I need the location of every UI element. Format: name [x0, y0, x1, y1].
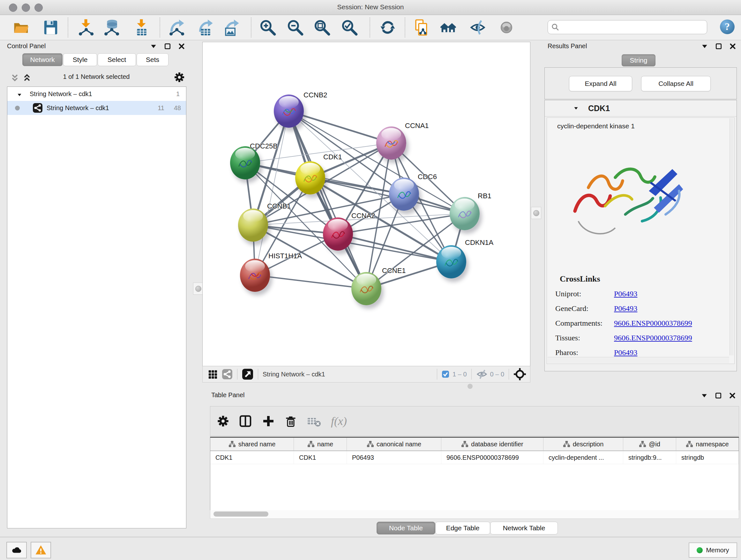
tab-sets[interactable]: Sets [137, 53, 169, 66]
table-cell[interactable]: P06493 [347, 451, 441, 464]
panel-collapse-icon[interactable] [150, 43, 157, 50]
hide-graphics-details-icon[interactable] [469, 19, 486, 36]
current-network-dot [15, 106, 20, 111]
column-header-namespace[interactable]: namespace [676, 438, 739, 450]
tab-network-table[interactable]: Network Table [490, 522, 558, 535]
network-collection-row[interactable]: String Network – cdk1 1 [7, 87, 186, 101]
insert-column-icon[interactable] [239, 414, 253, 428]
node-HIST1H1A[interactable] [240, 259, 270, 292]
zoom-out-icon[interactable] [286, 19, 304, 36]
node-CCNA2[interactable] [323, 217, 353, 251]
crosslink-link[interactable]: P06493 [614, 304, 637, 313]
crosslink-link[interactable]: P06493 [614, 290, 637, 298]
hidden-counts: 0 – 0 [490, 371, 504, 378]
panel-collapse-icon[interactable] [701, 392, 708, 399]
left-splitter-grip[interactable] [193, 283, 203, 295]
show-graphics-details-icon[interactable] [498, 19, 515, 36]
export-network-icon[interactable] [168, 19, 185, 36]
panel-float-icon[interactable] [715, 43, 722, 50]
node-CCNE1[interactable] [351, 272, 381, 305]
search-input[interactable] [561, 23, 700, 31]
node-CDC6[interactable] [389, 178, 419, 211]
clone-network-icon[interactable] [413, 19, 430, 36]
table-cell[interactable]: stringdb [676, 451, 739, 464]
column-header-name[interactable]: name [294, 438, 347, 450]
right-splitter-grip[interactable] [531, 207, 541, 219]
table-cell[interactable]: CDK1 [294, 451, 347, 464]
string-home-icon[interactable] [440, 19, 457, 36]
expand-all-button[interactable]: Expand All [569, 76, 632, 91]
column-header--id[interactable]: @id [623, 438, 676, 450]
column-header-canonical-name[interactable]: canonical name [347, 438, 441, 450]
scrollbar-thumb[interactable] [213, 511, 268, 516]
crosslink-link[interactable]: P06493 [614, 348, 637, 357]
delete-column-icon[interactable] [284, 414, 297, 428]
horizontal-scrollbar[interactable] [548, 357, 729, 363]
crosshair-icon[interactable] [514, 368, 526, 381]
panel-close-icon[interactable] [729, 43, 736, 50]
save-session-icon[interactable] [42, 19, 59, 36]
refresh-view-icon[interactable] [379, 19, 396, 36]
panel-close-icon[interactable] [729, 392, 736, 399]
crosslink-link[interactable]: 9606.ENSP00000378699 [614, 334, 692, 342]
tab-network[interactable]: Network [22, 53, 63, 66]
edge[interactable] [289, 111, 391, 143]
tab-string[interactable]: String [622, 54, 656, 66]
node-CCNA1[interactable] [376, 126, 406, 160]
column-header-shared-name[interactable]: shared name [210, 438, 294, 450]
birdseye-toggle-icon[interactable] [242, 368, 253, 380]
add-row-icon[interactable] [261, 414, 275, 428]
table-cell[interactable]: 9606.ENSP00000378699 [441, 451, 543, 464]
panel-float-icon[interactable] [164, 43, 171, 50]
table-cell[interactable]: stringdb:9... [623, 451, 676, 464]
collapse-all-button[interactable]: Collapse All [641, 76, 711, 91]
help-button[interactable]: ? [719, 19, 735, 35]
node-CDKN1A[interactable] [436, 245, 466, 278]
crosslink-link[interactable]: 9606.ENSP00000378699 [614, 319, 692, 327]
open-session-icon[interactable] [13, 19, 30, 36]
tab-edge-table[interactable]: Edge Table [435, 522, 490, 535]
tab-select[interactable]: Select [98, 53, 136, 66]
panel-close-icon[interactable] [178, 43, 185, 50]
gear-icon[interactable] [174, 71, 185, 83]
table-cell[interactable]: cyclin-dependent ... [543, 451, 623, 464]
vertical-scrollbar[interactable] [730, 118, 734, 355]
node-CDK1[interactable] [295, 161, 325, 194]
column-header-database-identifier[interactable]: database identifier [441, 438, 543, 450]
network-canvas[interactable]: CCNB2CCNA1CDC25BCDK1CDC6RB1CCNB1CCNA2CDK… [202, 42, 530, 367]
table-row[interactable]: CDK1CDK1P064939606.ENSP00000378699cyclin… [210, 451, 739, 464]
network-row-selected[interactable]: String Network – cdk1 11 48 [7, 101, 186, 115]
tab-style[interactable]: Style [63, 53, 97, 66]
table-settings-gear-icon[interactable] [217, 414, 229, 428]
share-view-icon[interactable] [222, 369, 232, 380]
node-CCNB1[interactable] [238, 208, 268, 242]
column-header-description[interactable]: description [543, 438, 623, 450]
gene-collapse-icon[interactable] [573, 106, 579, 111]
warnings-button[interactable] [30, 542, 51, 558]
node-CCNB2[interactable] [274, 95, 304, 128]
selected-checkbox-icon[interactable] [442, 370, 449, 378]
horizontal-splitter-grip[interactable] [468, 384, 473, 389]
node-CDC25B[interactable] [230, 146, 260, 179]
edge[interactable] [255, 275, 366, 289]
import-database-icon[interactable] [103, 19, 120, 36]
export-table-icon[interactable] [197, 19, 214, 36]
gene-header-row[interactable]: CDK1 [545, 100, 737, 117]
import-network-icon[interactable] [77, 19, 94, 36]
panel-collapse-icon[interactable] [701, 43, 708, 50]
table-cell[interactable]: CDK1 [210, 451, 294, 464]
zoom-in-icon[interactable] [259, 19, 276, 36]
search-box [548, 20, 707, 34]
cloud-status-button[interactable] [6, 542, 27, 558]
export-image-icon[interactable] [223, 19, 240, 36]
zoom-selected-icon[interactable] [341, 19, 358, 36]
tab-node-table[interactable]: Node Table [377, 522, 435, 535]
panel-float-icon[interactable] [715, 392, 722, 399]
node-RB1[interactable] [450, 197, 480, 230]
zoom-fit-content-icon[interactable] [313, 19, 331, 36]
tree-expand-icon[interactable] [16, 91, 23, 97]
memory-button[interactable]: Memory [689, 543, 737, 558]
edge[interactable] [289, 111, 366, 289]
import-table-icon[interactable] [133, 19, 150, 36]
grid-view-icon[interactable] [208, 369, 217, 379]
